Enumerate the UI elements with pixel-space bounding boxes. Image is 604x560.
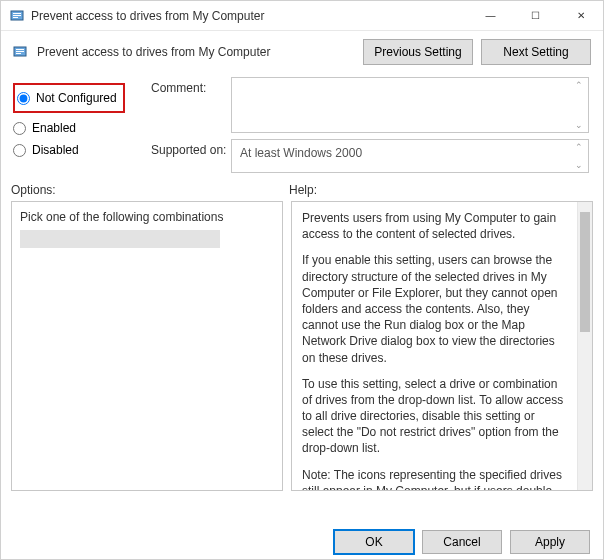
radio-disabled[interactable]: Disabled <box>13 139 151 161</box>
svg-rect-5 <box>16 49 24 50</box>
help-paragraph: Note: The icons representing the specifi… <box>302 467 567 490</box>
scrollbar[interactable] <box>577 202 592 490</box>
next-setting-button[interactable]: Next Setting <box>481 39 591 65</box>
comment-textarea[interactable]: ⌃ ⌄ <box>231 77 589 133</box>
radio-label: Enabled <box>32 121 76 135</box>
policy-title: Prevent access to drives from My Compute… <box>37 45 363 59</box>
help-heading: Help: <box>289 183 593 197</box>
minimize-button[interactable]: — <box>468 1 513 31</box>
radio-enabled-input[interactable] <box>13 122 26 135</box>
cancel-button[interactable]: Cancel <box>422 530 502 554</box>
window-title: Prevent access to drives from My Compute… <box>31 9 468 23</box>
radio-disabled-input[interactable] <box>13 144 26 157</box>
radio-not-configured[interactable]: Not Configured <box>17 87 117 109</box>
close-button[interactable]: ✕ <box>558 1 603 31</box>
highlight-box: Not Configured <box>13 83 125 113</box>
help-paragraph: If you enable this setting, users can br… <box>302 252 567 365</box>
help-text: Prevents users from using My Computer to… <box>292 202 577 490</box>
svg-rect-7 <box>16 53 21 54</box>
svg-rect-1 <box>13 13 21 14</box>
supported-label: Supported on: <box>151 139 231 157</box>
previous-setting-button[interactable]: Previous Setting <box>363 39 473 65</box>
window-controls: — ☐ ✕ <box>468 1 603 31</box>
policy-icon <box>11 43 29 61</box>
chevron-down-icon[interactable]: ⌄ <box>572 120 586 130</box>
state-area: Not Configured Enabled Disabled Comment:… <box>1 73 603 173</box>
dialog-footer: OK Cancel Apply <box>334 530 590 554</box>
help-paragraph: To use this setting, select a drive or c… <box>302 376 567 457</box>
chevron-down-icon[interactable]: ⌄ <box>572 160 586 170</box>
ok-button[interactable]: OK <box>334 530 414 554</box>
radio-enabled[interactable]: Enabled <box>13 117 151 139</box>
supported-box: At least Windows 2000 ⌃ ⌄ <box>231 139 589 173</box>
options-panel: Pick one of the following combinations <box>11 201 283 491</box>
scrollbar-thumb[interactable] <box>580 212 590 332</box>
chevron-up-icon[interactable]: ⌃ <box>572 80 586 90</box>
help-paragraph: Prevents users from using My Computer to… <box>302 210 567 242</box>
help-panel: Prevents users from using My Computer to… <box>291 201 593 491</box>
titlebar: Prevent access to drives from My Compute… <box>1 1 603 31</box>
radio-label: Disabled <box>32 143 79 157</box>
radio-label: Not Configured <box>36 91 117 105</box>
policy-header: Prevent access to drives from My Compute… <box>1 31 603 73</box>
policy-icon <box>9 8 25 24</box>
apply-button[interactable]: Apply <box>510 530 590 554</box>
chevron-up-icon[interactable]: ⌃ <box>572 142 586 152</box>
supported-value: At least Windows 2000 <box>240 146 362 160</box>
options-dropdown[interactable] <box>20 230 220 248</box>
maximize-button[interactable]: ☐ <box>513 1 558 31</box>
radio-not-configured-input[interactable] <box>17 92 30 105</box>
svg-rect-3 <box>13 17 18 18</box>
svg-rect-6 <box>16 51 24 52</box>
svg-rect-2 <box>13 15 21 16</box>
options-instruction: Pick one of the following combinations <box>20 210 274 224</box>
options-heading: Options: <box>11 183 289 197</box>
comment-label: Comment: <box>151 77 231 95</box>
